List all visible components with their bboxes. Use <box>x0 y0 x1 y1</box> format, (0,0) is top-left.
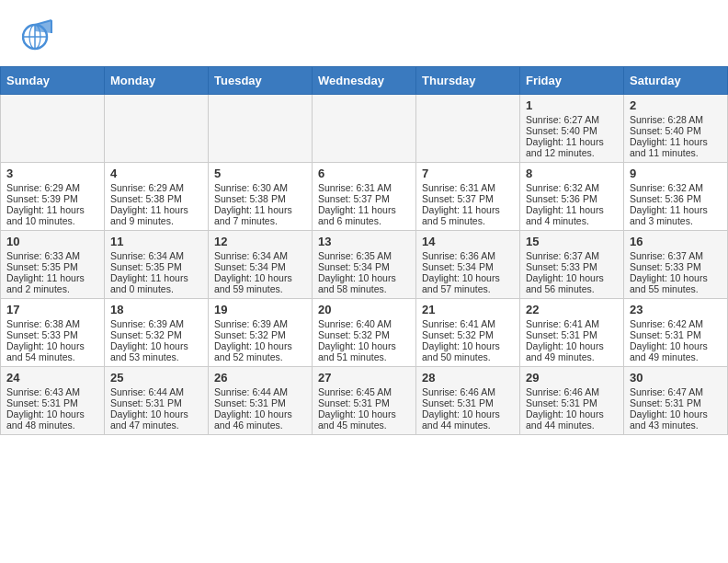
calendar-cell: 15Sunrise: 6:37 AMSunset: 5:33 PMDayligh… <box>520 231 624 299</box>
day-number: 6 <box>318 167 410 180</box>
day-info: Sunset: 5:39 PM <box>6 193 98 204</box>
day-info: Sunset: 5:31 PM <box>630 329 722 340</box>
day-info: Daylight: 10 hours and 56 minutes. <box>526 272 618 294</box>
day-info: Sunset: 5:33 PM <box>6 329 98 340</box>
day-info: Daylight: 11 hours and 4 minutes. <box>526 204 618 226</box>
calendar-cell <box>1 95 105 163</box>
day-info: Daylight: 10 hours and 49 minutes. <box>630 340 722 362</box>
day-info: Daylight: 10 hours and 44 minutes. <box>526 408 618 431</box>
day-info: Daylight: 11 hours and 2 minutes. <box>6 272 98 294</box>
day-info: Sunset: 5:31 PM <box>318 397 410 408</box>
calendar-cell: 19Sunrise: 6:39 AMSunset: 5:32 PMDayligh… <box>209 299 313 367</box>
calendar-cell: 14Sunrise: 6:36 AMSunset: 5:34 PMDayligh… <box>416 231 520 299</box>
calendar-cell: 26Sunrise: 6:44 AMSunset: 5:31 PMDayligh… <box>209 367 313 435</box>
day-info: Sunrise: 6:30 AM <box>214 182 306 193</box>
day-info: Sunrise: 6:33 AM <box>6 250 98 261</box>
calendar-cell <box>416 95 520 163</box>
day-number: 8 <box>526 167 618 180</box>
day-info: Sunrise: 6:44 AM <box>110 386 202 397</box>
day-info: Sunset: 5:32 PM <box>422 329 514 340</box>
day-info: Sunrise: 6:42 AM <box>630 318 722 329</box>
day-number: 22 <box>526 303 618 316</box>
day-info: Sunset: 5:35 PM <box>6 261 98 272</box>
day-info: Daylight: 10 hours and 44 minutes. <box>422 408 514 431</box>
day-info: Sunrise: 6:34 AM <box>214 250 306 261</box>
calendar-week-row: 10Sunrise: 6:33 AMSunset: 5:35 PMDayligh… <box>1 231 728 299</box>
day-info: Sunset: 5:32 PM <box>110 329 202 340</box>
calendar: SundayMondayTuesdayWednesdayThursdayFrid… <box>0 66 728 435</box>
weekday-header: Tuesday <box>209 67 313 95</box>
calendar-cell: 9Sunrise: 6:32 AMSunset: 5:36 PMDaylight… <box>624 163 728 231</box>
weekday-header: Sunday <box>1 67 105 95</box>
calendar-cell: 16Sunrise: 6:37 AMSunset: 5:33 PMDayligh… <box>624 231 728 299</box>
calendar-cell: 12Sunrise: 6:34 AMSunset: 5:34 PMDayligh… <box>209 231 313 299</box>
day-info: Sunrise: 6:41 AM <box>422 318 514 329</box>
day-number: 4 <box>110 167 202 180</box>
calendar-cell: 21Sunrise: 6:41 AMSunset: 5:32 PMDayligh… <box>416 299 520 367</box>
day-info: Sunrise: 6:38 AM <box>6 318 98 329</box>
weekday-header: Monday <box>105 67 209 95</box>
day-info: Daylight: 11 hours and 3 minutes. <box>630 204 722 226</box>
calendar-week-row: 1Sunrise: 6:27 AMSunset: 5:40 PMDaylight… <box>1 95 728 163</box>
day-info: Sunset: 5:34 PM <box>422 261 514 272</box>
day-info: Sunset: 5:31 PM <box>526 397 618 408</box>
calendar-header-row: SundayMondayTuesdayWednesdayThursdayFrid… <box>1 67 728 95</box>
calendar-cell: 25Sunrise: 6:44 AMSunset: 5:31 PMDayligh… <box>105 367 209 435</box>
day-info: Sunset: 5:31 PM <box>6 397 98 408</box>
day-number: 26 <box>214 371 306 385</box>
calendar-week-row: 3Sunrise: 6:29 AMSunset: 5:39 PMDaylight… <box>1 163 728 231</box>
day-info: Sunrise: 6:34 AM <box>110 250 202 261</box>
calendar-cell: 24Sunrise: 6:43 AMSunset: 5:31 PMDayligh… <box>1 367 105 435</box>
day-info: Sunset: 5:37 PM <box>422 193 514 204</box>
calendar-cell: 28Sunrise: 6:46 AMSunset: 5:31 PMDayligh… <box>416 367 520 435</box>
day-info: Sunrise: 6:46 AM <box>526 386 618 397</box>
day-number: 27 <box>318 371 410 385</box>
day-number: 17 <box>6 303 98 316</box>
logo-icon <box>22 17 55 55</box>
day-number: 7 <box>422 167 514 180</box>
day-info: Daylight: 10 hours and 59 minutes. <box>214 272 306 294</box>
day-info: Sunset: 5:31 PM <box>422 397 514 408</box>
day-info: Daylight: 10 hours and 53 minutes. <box>110 340 202 362</box>
day-info: Sunset: 5:34 PM <box>318 261 410 272</box>
day-info: Sunrise: 6:29 AM <box>6 182 98 193</box>
calendar-body: 1Sunrise: 6:27 AMSunset: 5:40 PMDaylight… <box>1 95 728 435</box>
calendar-cell: 3Sunrise: 6:29 AMSunset: 5:39 PMDaylight… <box>1 163 105 231</box>
day-number: 10 <box>6 235 98 248</box>
calendar-cell: 8Sunrise: 6:32 AMSunset: 5:36 PMDaylight… <box>520 163 624 231</box>
calendar-week-row: 24Sunrise: 6:43 AMSunset: 5:31 PMDayligh… <box>1 367 728 435</box>
day-number: 19 <box>214 303 306 316</box>
day-info: Sunset: 5:33 PM <box>630 261 722 272</box>
day-info: Daylight: 11 hours and 11 minutes. <box>630 136 722 158</box>
day-info: Sunset: 5:35 PM <box>110 261 202 272</box>
day-info: Daylight: 10 hours and 55 minutes. <box>630 272 722 294</box>
calendar-cell: 30Sunrise: 6:47 AMSunset: 5:31 PMDayligh… <box>624 367 728 435</box>
day-info: Sunrise: 6:32 AM <box>630 182 722 193</box>
calendar-cell: 18Sunrise: 6:39 AMSunset: 5:32 PMDayligh… <box>105 299 209 367</box>
calendar-cell <box>313 95 416 163</box>
header <box>0 0 728 66</box>
day-info: Sunrise: 6:28 AM <box>630 114 722 125</box>
day-info: Daylight: 11 hours and 12 minutes. <box>526 136 618 158</box>
day-info: Daylight: 10 hours and 43 minutes. <box>630 408 722 431</box>
day-number: 16 <box>630 235 722 248</box>
day-info: Daylight: 10 hours and 58 minutes. <box>318 272 410 294</box>
calendar-cell: 2Sunrise: 6:28 AMSunset: 5:40 PMDaylight… <box>624 95 728 163</box>
day-info: Sunrise: 6:27 AM <box>526 114 618 125</box>
calendar-cell: 11Sunrise: 6:34 AMSunset: 5:35 PMDayligh… <box>105 231 209 299</box>
day-info: Daylight: 10 hours and 49 minutes. <box>526 340 618 362</box>
day-info: Sunrise: 6:45 AM <box>318 386 410 397</box>
day-number: 15 <box>526 235 618 248</box>
day-info: Sunrise: 6:43 AM <box>6 386 98 397</box>
day-info: Sunrise: 6:39 AM <box>110 318 202 329</box>
day-info: Sunset: 5:40 PM <box>526 125 618 136</box>
calendar-cell: 13Sunrise: 6:35 AMSunset: 5:34 PMDayligh… <box>313 231 416 299</box>
day-info: Daylight: 11 hours and 6 minutes. <box>318 204 410 226</box>
day-info: Sunrise: 6:44 AM <box>214 386 306 397</box>
day-info: Sunrise: 6:31 AM <box>318 182 410 193</box>
day-info: Sunrise: 6:39 AM <box>214 318 306 329</box>
day-info: Daylight: 11 hours and 7 minutes. <box>214 204 306 226</box>
calendar-cell: 5Sunrise: 6:30 AMSunset: 5:38 PMDaylight… <box>209 163 313 231</box>
day-number: 20 <box>318 303 410 316</box>
day-info: Daylight: 10 hours and 54 minutes. <box>6 340 98 362</box>
